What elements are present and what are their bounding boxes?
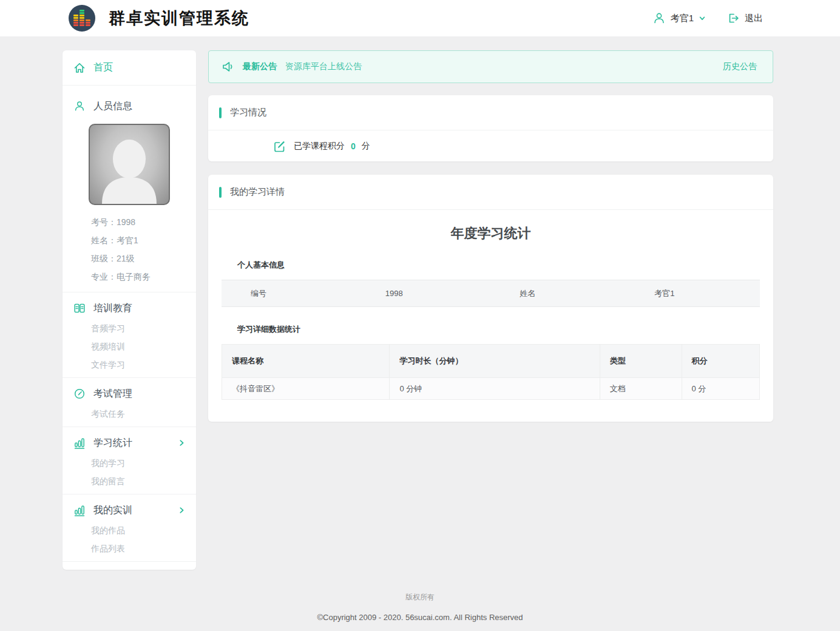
profile-name: 姓名：考官1 [91, 231, 196, 249]
group-items: 我的学习 我的留言 [63, 454, 196, 490]
logout-button[interactable]: 退出 [727, 12, 763, 25]
col-study-duration: 学习时长（分钟） [390, 345, 600, 378]
cell-course-name: 《抖音雷区》 [222, 378, 390, 400]
logout-label: 退出 [745, 13, 763, 24]
study-status-header: 学习情况 [208, 95, 773, 130]
score-unit: 分 [362, 141, 370, 152]
stats-table: 课程名称 学习时长（分钟） 类型 积分 《抖音雷区》 0 分钟 文档 0 分 [222, 344, 760, 400]
col-course-name: 课程名称 [222, 345, 390, 378]
profile-exam-number: 考号：1998 [91, 213, 196, 231]
detail-body: 个人基本信息 编号 1998 姓名 考官1 学习详细数据统计 课程名称 学 [208, 260, 773, 400]
group-items: 考试任务 [63, 405, 196, 423]
study-detail-title: 我的学习详情 [230, 186, 285, 198]
content: 首页 人员信息 考号：1998 姓名： [0, 36, 840, 570]
profile-major: 专业：电子商务 [91, 268, 196, 286]
sidebar-item-file-study[interactable]: 文件学习 [63, 356, 196, 374]
basic-info-name-label: 姓名 [491, 288, 626, 299]
announcement-bar: 最新公告 资源库平台上线公告 历史公告 [208, 50, 773, 83]
copyright-line1: 版权所有 [0, 592, 840, 602]
bar-chart-icon [73, 505, 86, 516]
user-menu[interactable]: 考官1 [652, 12, 706, 25]
sidebar-item-study-statistics[interactable]: 学习统计 [63, 432, 196, 454]
sidebar-group-study-statistics: 学习统计 我的学习 我的留言 [63, 427, 196, 494]
basic-info-name-value: 考官1 [625, 288, 760, 299]
sidebar-item-home[interactable]: 首页 [63, 50, 196, 85]
cell-study-duration: 0 分钟 [390, 378, 600, 400]
basic-info-row: 编号 1998 姓名 考官1 [222, 280, 760, 307]
user-name: 考官1 [671, 13, 694, 24]
stats-title: 学习详细数据统计 [237, 324, 760, 335]
study-status-card: 学习情况 已学课程积分 0 分 [208, 95, 773, 161]
group-items: 我的作品 作品列表 [63, 521, 196, 558]
study-status-title: 学习情况 [230, 107, 266, 118]
basic-info-title: 个人基本信息 [237, 260, 760, 271]
study-detail-header: 我的学习详情 [208, 175, 773, 210]
study-detail-card: 我的学习详情 年度学习统计 个人基本信息 编号 1998 姓名 考官1 学习详细… [208, 175, 773, 422]
group-label: 我的实训 [93, 504, 132, 517]
copyright-line2: ©Copyright 2009 - 2020. 56sucai.com. All… [0, 613, 840, 622]
sidebar-item-video-training[interactable]: 视频培训 [63, 337, 196, 356]
sidebar-item-exam-task[interactable]: 考试任务 [63, 405, 196, 423]
basic-info-id-label: 编号 [222, 288, 356, 299]
sidebar-group-training-education: 培训教育 音频学习 视频培训 文件学习 [63, 292, 196, 377]
group-items: 音频学习 视频培训 文件学习 [63, 319, 196, 374]
chevron-right-icon [178, 507, 185, 514]
announcement-history-link[interactable]: 历史公告 [723, 61, 757, 72]
sidebar-group-exam-management: 考试管理 考试任务 [63, 378, 196, 427]
profile-title: 人员信息 [93, 100, 132, 113]
sidebar-item-my-study[interactable]: 我的学习 [63, 454, 196, 472]
sidebar-item-audio-study[interactable]: 音频学习 [63, 319, 196, 337]
clock-icon [73, 388, 86, 400]
edit-icon [273, 140, 286, 153]
sidebar-group-my-training: 我的实训 我的作品 作品列表 [63, 494, 196, 561]
stats-table-header-row: 课程名称 学习时长（分钟） 类型 积分 [222, 345, 760, 378]
divider [63, 561, 196, 562]
sidebar-item-my-messages[interactable]: 我的留言 [63, 472, 196, 490]
app-footer: 版权所有 ©Copyright 2009 - 2020. 56sucai.com… [0, 570, 840, 622]
accent-bar [219, 187, 222, 198]
sidebar-item-exam-management[interactable]: 考试管理 [63, 383, 196, 405]
report-title: 年度学习统计 [208, 224, 773, 243]
logout-icon [727, 12, 740, 25]
app-header: 群卓实训管理系统 考官1 [0, 0, 840, 36]
user-icon [652, 12, 666, 25]
announcement-latest-label: 最新公告 [243, 61, 277, 72]
group-label: 学习统计 [93, 437, 132, 450]
sidebar-item-my-works[interactable]: 我的作品 [63, 521, 196, 539]
header-right: 考官1 退出 [652, 12, 763, 25]
brand: 群卓实训管理系统 [69, 5, 249, 32]
profile-class: 班级：21级 [91, 249, 196, 268]
cell-type: 文档 [600, 378, 682, 400]
announcement-link[interactable]: 资源库平台上线公告 [285, 61, 362, 72]
sidebar-item-profile[interactable]: 人员信息 [63, 96, 196, 116]
col-score: 积分 [682, 345, 759, 378]
person-icon [73, 100, 86, 112]
table-row: 《抖音雷区》 0 分钟 文档 0 分 [222, 378, 760, 400]
sidebar-item-works-list[interactable]: 作品列表 [63, 539, 196, 558]
group-label: 考试管理 [93, 388, 132, 400]
app-logo-icon [69, 5, 95, 32]
basic-info-id-value: 1998 [356, 289, 491, 298]
sidebar-home-label: 首页 [93, 61, 113, 74]
bar-chart-icon [73, 437, 86, 449]
home-icon [73, 62, 86, 74]
app-title: 群卓实训管理系统 [109, 7, 249, 29]
avatar [89, 124, 170, 205]
profile-info: 考号：1998 姓名：考官1 班级：21级 专业：电子商务 [63, 213, 196, 286]
sidebar-item-training-education[interactable]: 培训教育 [63, 297, 196, 319]
study-status-content: 已学课程积分 0 分 [208, 130, 773, 161]
chevron-right-icon [178, 439, 185, 447]
score-value: 0 [351, 141, 356, 151]
accent-bar [219, 107, 222, 118]
sidebar: 首页 人员信息 考号：1998 姓名： [63, 50, 196, 570]
chevron-down-icon [699, 15, 706, 22]
sidebar-item-my-training[interactable]: 我的实训 [63, 499, 196, 521]
main: 最新公告 资源库平台上线公告 历史公告 学习情况 已学课程积分 0 分 [208, 50, 773, 422]
col-type: 类型 [600, 345, 682, 378]
profile-section: 人员信息 考号：1998 姓名：考官1 班级：21级 专业：电子商务 [63, 86, 196, 292]
cell-score: 0 分 [682, 378, 759, 400]
book-icon [73, 302, 86, 314]
speaker-icon [221, 59, 235, 74]
group-label: 培训教育 [93, 302, 132, 315]
score-label: 已学课程积分 [294, 141, 345, 152]
